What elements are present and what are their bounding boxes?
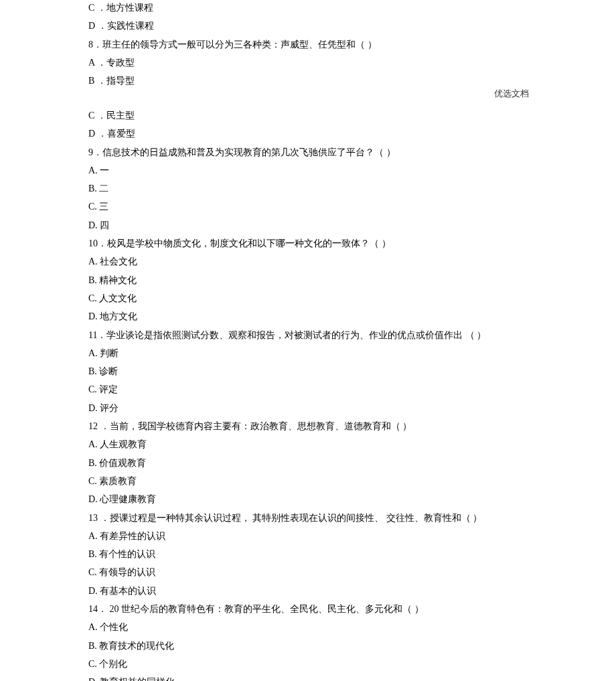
text-line: 10．校风是学校中物质文化，制度文化和以下哪一种文化的一致体？（ ）	[88, 238, 616, 250]
text-line: 13 ．授课过程是一种特其余认识过程， 其特别性表现在认识的间接性、 交往性、教…	[88, 513, 616, 524]
text-line: 12 ．当前，我国学校德育内容主要有：政治教育、思想教育、道德教育和（ ）	[88, 421, 616, 433]
document-content: C ．地方性课程 D ．实践性课程 8．班主任的领导方式一般可以分为三各种类：声…	[88, 3, 616, 681]
text-line	[88, 94, 616, 103]
text-line: A. 社会文化	[88, 256, 616, 268]
text-line: B ．指导型	[88, 76, 616, 87]
text-line: D. 心理健康教育	[88, 494, 616, 506]
text-line: B. 诊断	[88, 366, 616, 378]
text-line: D. 地方文化	[88, 311, 616, 323]
text-line: A. 个性化	[88, 622, 616, 633]
text-line: A. 判断	[88, 348, 616, 360]
text-line: 14． 20 世纪今后的教育特色有：教育的平生化、全民化、民主化、多元化和（ ）	[88, 604, 616, 615]
text-line: A ．专政型	[88, 58, 616, 69]
text-line: 9．信息技术的日益成熟和普及为实现教育的第几次飞驰供应了平台？（ ）	[88, 147, 616, 159]
text-line: A. 人生观教育	[88, 439, 616, 451]
text-line: B. 教育技术的现代化	[88, 641, 616, 652]
header-note: 优选文档	[494, 88, 529, 99]
text-line: C. 有领导的认识	[88, 567, 616, 579]
text-line: C ．地方性课程	[88, 3, 616, 14]
text-line: 11．学业谈论是指依照测试分数、观察和报告，对被测试者的行为、作业的优点或价值作…	[88, 330, 616, 342]
text-line: 8．班主任的领导方式一般可以分为三各种类：声威型、任凭型和（ ）	[88, 40, 616, 51]
text-line: D. 四	[88, 220, 616, 232]
text-line: C ．民主型	[88, 110, 616, 122]
text-line: D. 教育权益的同样化	[88, 677, 616, 681]
text-line: C. 三	[88, 202, 616, 213]
text-line: B. 二	[88, 183, 616, 195]
text-line: D. 有基本的认识	[88, 586, 616, 597]
text-line: C. 素质教育	[88, 476, 616, 487]
text-line: D ．实践性课程	[88, 21, 616, 32]
text-line: B. 价值观教育	[88, 458, 616, 469]
text-line: B. 精神文化	[88, 275, 616, 287]
text-line: C. 评定	[88, 384, 616, 396]
text-line: B. 有个性的认识	[88, 549, 616, 560]
text-line: D ．喜爱型	[88, 129, 616, 140]
text-line: D. 评分	[88, 403, 616, 414]
text-line: C. 个别化	[88, 659, 616, 670]
text-line: A. 有差异性的认识	[88, 531, 616, 542]
text-line: A. 一	[88, 165, 616, 177]
text-line: C. 人文文化	[88, 293, 616, 305]
